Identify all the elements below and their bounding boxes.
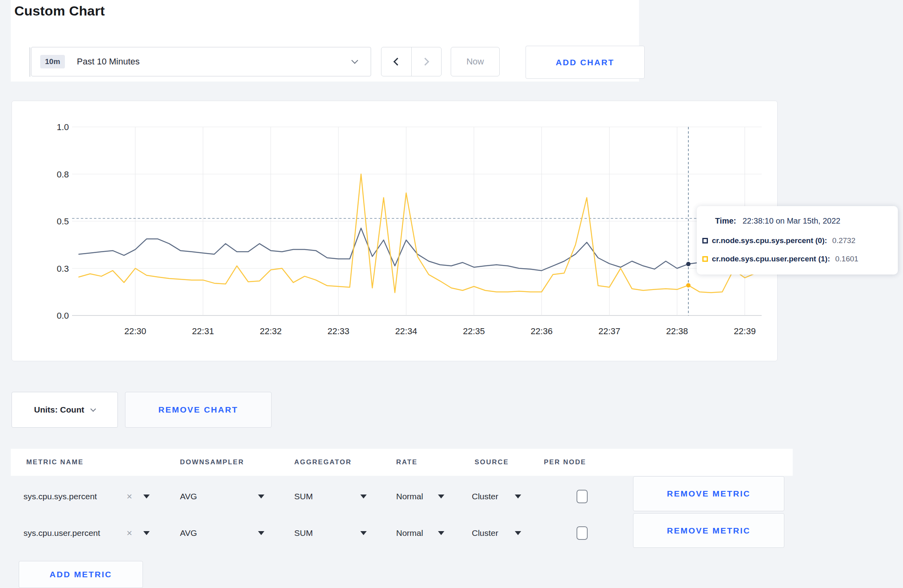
svg-text:22:32: 22:32 <box>260 326 281 336</box>
tooltip-series-row: cr.node.sys.cpu.user.percent (1): 0.1601 <box>702 255 858 263</box>
tooltip-series-value: 0.2732 <box>832 236 855 245</box>
aggregator-select[interactable]: SUM <box>294 528 313 538</box>
svg-text:22:30: 22:30 <box>124 326 146 336</box>
clear-metric-icon[interactable]: × <box>127 528 132 539</box>
per-node-checkbox[interactable] <box>577 490 588 503</box>
svg-text:0.8: 0.8 <box>57 169 69 179</box>
tooltip-series-value: 0.1601 <box>835 255 858 263</box>
remove-chart-button[interactable]: REMOVE CHART <box>125 392 272 428</box>
units-label: Units: Count <box>34 405 84 415</box>
metric-caret-icon[interactable] <box>143 531 150 535</box>
rate-select[interactable]: Normal <box>396 492 423 501</box>
series-user-swatch-icon <box>702 256 708 262</box>
col-header-metric-name: METRIC NAME <box>26 458 84 466</box>
aggregator-caret-icon[interactable] <box>360 495 367 498</box>
metric-name-select[interactable]: sys.cpu.user.percent <box>23 528 100 538</box>
rate-caret-icon[interactable] <box>438 531 444 535</box>
custom-chart-page: Custom Chart 10m Past 10 Minutes Now ADD… <box>0 0 903 588</box>
source-caret-icon[interactable] <box>515 531 521 535</box>
svg-text:22:36: 22:36 <box>531 326 553 336</box>
source-select[interactable]: Cluster <box>472 492 498 501</box>
cpu-percent-line-chart[interactable]: 1.00.80.50.30.022:3022:3122:3222:3322:34… <box>12 101 777 361</box>
time-range-label: Past 10 Minutes <box>77 56 140 67</box>
units-dropdown[interactable]: Units: Count <box>12 392 118 428</box>
col-header-rate: RATE <box>396 458 418 466</box>
source-select[interactable]: Cluster <box>472 528 498 538</box>
svg-text:22:33: 22:33 <box>328 326 350 336</box>
toolbar-divider <box>29 47 30 77</box>
metric-name-select[interactable]: sys.cpu.sys.percent <box>23 492 97 501</box>
remove-metric-button[interactable]: REMOVE METRIC <box>633 476 784 511</box>
add-metric-button[interactable]: ADD METRIC <box>19 561 143 588</box>
next-time-button[interactable] <box>412 47 442 76</box>
clear-metric-icon[interactable]: × <box>127 491 132 502</box>
col-header-per-node: PER NODE <box>544 458 586 466</box>
svg-text:0.3: 0.3 <box>57 264 69 274</box>
chart-tooltip: Time: 22:38:10 on Mar 15th, 2022 cr.node… <box>697 206 898 275</box>
time-range-badge: 10m <box>40 55 65 68</box>
tooltip-series-label: cr.node.sys.cpu.sys.percent (0): <box>712 236 827 245</box>
chevron-down-icon <box>352 57 358 64</box>
downsampler-caret-icon[interactable] <box>258 495 264 498</box>
tooltip-time-value: 22:38:10 on Mar 15th, 2022 <box>743 216 840 226</box>
now-button[interactable]: Now <box>451 47 500 76</box>
rate-select[interactable]: Normal <box>396 528 423 538</box>
rate-caret-icon[interactable] <box>438 495 444 498</box>
svg-text:22:35: 22:35 <box>463 326 485 336</box>
time-range-dropdown[interactable]: 10m Past 10 Minutes <box>31 47 371 76</box>
svg-text:22:34: 22:34 <box>395 326 417 336</box>
chevron-down-icon <box>90 406 96 412</box>
downsampler-select[interactable]: AVG <box>180 528 197 538</box>
prev-time-button[interactable] <box>381 47 412 76</box>
tooltip-series-row: cr.node.sys.cpu.sys.percent (0): 0.2732 <box>702 236 855 245</box>
downsampler-caret-icon[interactable] <box>258 531 264 535</box>
tooltip-time-label: Time: <box>715 216 736 226</box>
svg-text:22:39: 22:39 <box>734 326 756 336</box>
per-node-checkbox[interactable] <box>577 526 588 540</box>
svg-text:22:37: 22:37 <box>598 326 620 336</box>
add-chart-button[interactable]: ADD CHART <box>526 46 645 79</box>
chevron-right-icon <box>421 58 429 66</box>
tooltip-time-row: Time: 22:38:10 on Mar 15th, 2022 <box>715 216 840 226</box>
metric-caret-icon[interactable] <box>143 495 150 498</box>
page-title: Custom Chart <box>14 3 105 19</box>
svg-text:1.0: 1.0 <box>57 122 69 132</box>
aggregator-select[interactable]: SUM <box>294 492 313 501</box>
svg-text:22:38: 22:38 <box>666 326 688 336</box>
svg-text:0.5: 0.5 <box>57 216 69 226</box>
chevron-left-icon <box>393 58 401 66</box>
chart-card[interactable]: 1.00.80.50.30.022:3022:3122:3222:3322:34… <box>12 101 778 361</box>
series-sys-swatch-icon <box>702 238 708 243</box>
source-caret-icon[interactable] <box>515 495 521 498</box>
downsampler-select[interactable]: AVG <box>180 492 197 501</box>
svg-text:0.0: 0.0 <box>57 311 69 321</box>
tooltip-series-label: cr.node.sys.cpu.user.percent (1): <box>712 255 830 263</box>
col-header-aggregator: AGGREGATOR <box>294 458 352 466</box>
remove-metric-button[interactable]: REMOVE METRIC <box>633 513 784 548</box>
svg-text:22:31: 22:31 <box>192 326 214 336</box>
aggregator-caret-icon[interactable] <box>360 531 367 535</box>
time-nav-group <box>381 47 442 76</box>
col-header-source: SOURCE <box>475 458 509 466</box>
col-header-downsampler: DOWNSAMPLER <box>180 458 244 466</box>
